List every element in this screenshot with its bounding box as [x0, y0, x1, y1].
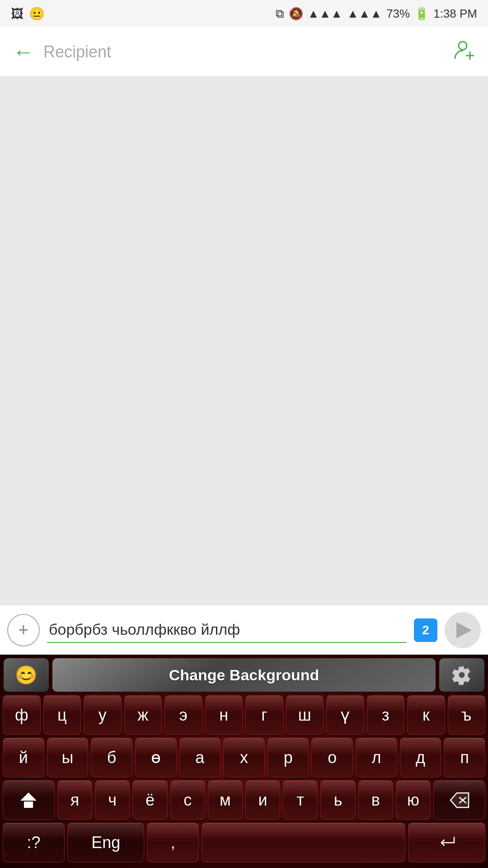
photo-icon: 🖼	[11, 6, 23, 21]
battery-icon: 🔋	[414, 7, 429, 21]
keyboard-top-bar: 😊 Change Background	[0, 655, 488, 695]
keyboard: 😊 Change Background ф ц у ж э н г ш ү з …	[0, 655, 488, 868]
key-ё[interactable]: ё	[132, 780, 167, 820]
key-т[interactable]: т	[283, 780, 318, 820]
backspace-key[interactable]	[433, 780, 485, 820]
key-з[interactable]: з	[367, 695, 405, 735]
key-х[interactable]: х	[223, 738, 265, 778]
add-contact-button[interactable]	[453, 38, 475, 66]
sim-icon: 🔕	[289, 7, 303, 21]
key-ш[interactable]: ш	[286, 695, 324, 735]
emoji-icon: 😊	[15, 665, 38, 686]
key-ж[interactable]: ж	[124, 695, 162, 735]
key-ь[interactable]: ь	[320, 780, 355, 820]
keyboard-row-1: ф ц у ж э н г ш ү з к ъ	[3, 695, 485, 735]
attach-button[interactable]: +	[7, 614, 40, 646]
emoji-status-icon: 😐	[29, 6, 45, 21]
key-ө[interactable]: ө	[135, 738, 177, 778]
key-а[interactable]: а	[179, 738, 221, 778]
header: ← Recipient	[0, 27, 488, 77]
key-н[interactable]: н	[205, 695, 243, 735]
word-count-badge: 2	[414, 618, 437, 642]
key-ү[interactable]: ү	[326, 695, 364, 735]
key-и[interactable]: и	[245, 780, 280, 820]
key-punctuation[interactable]: :?	[3, 823, 65, 863]
keyboard-bottom-row: :? Eng ,	[0, 823, 488, 868]
status-bar: 🖼 😐 ⧉ 🔕 ▲▲▲ ▲▲▲ 73% 🔋 1:38 PM	[0, 0, 488, 27]
key-ф[interactable]: ф	[3, 695, 41, 735]
svg-point-0	[459, 42, 467, 50]
key-й[interactable]: й	[3, 738, 44, 778]
key-у[interactable]: у	[84, 695, 122, 735]
key-с[interactable]: с	[170, 780, 205, 820]
key-м[interactable]: м	[208, 780, 243, 820]
key-л[interactable]: л	[356, 738, 397, 778]
backspace-icon	[450, 792, 469, 808]
key-о[interactable]: о	[311, 738, 353, 778]
recipient-field[interactable]: Recipient	[43, 42, 453, 61]
status-left-icons: 🖼 😐	[11, 6, 45, 21]
send-button[interactable]	[445, 612, 481, 648]
message-area	[0, 77, 488, 605]
keyboard-row-3: я ч ё с м и т ь в ю	[3, 780, 485, 820]
key-language[interactable]: Eng	[67, 823, 145, 863]
key-б[interactable]: б	[91, 738, 132, 778]
back-button[interactable]: ←	[13, 41, 34, 63]
key-ц[interactable]: ц	[43, 695, 81, 735]
emoji-button[interactable]: 😊	[4, 658, 49, 692]
shift-icon	[20, 793, 37, 808]
signal-1: ▲▲▲	[308, 7, 343, 21]
shift-key[interactable]	[3, 780, 55, 820]
key-к[interactable]: к	[407, 695, 445, 735]
change-background-label: Change Background	[169, 666, 319, 684]
status-right-info: ⧉ 🔕 ▲▲▲ ▲▲▲ 73% 🔋 1:38 PM	[276, 7, 477, 21]
battery-percent: 73%	[386, 7, 410, 21]
key-п[interactable]: п	[444, 738, 485, 778]
settings-button[interactable]	[439, 658, 484, 692]
key-д[interactable]: д	[400, 738, 441, 778]
key-г[interactable]: г	[245, 695, 283, 735]
key-в[interactable]: в	[358, 780, 393, 820]
plus-icon: +	[18, 620, 28, 640]
signal-2: ▲▲▲	[347, 7, 382, 21]
key-comma[interactable]: ,	[147, 823, 198, 863]
keyboard-row-2: й ы б ө а х р о л д п	[3, 738, 485, 778]
time: 1:38 PM	[433, 7, 477, 21]
key-р[interactable]: р	[267, 738, 309, 778]
key-э[interactable]: э	[164, 695, 202, 735]
message-input[interactable]	[47, 617, 407, 643]
input-bar: + 2	[0, 605, 488, 655]
key-я[interactable]: я	[57, 780, 92, 820]
send-icon	[456, 622, 472, 638]
screen-cast-icon: ⧉	[276, 7, 284, 21]
key-ч[interactable]: ч	[95, 780, 130, 820]
keyboard-rows: ф ц у ж э н г ш ү з к ъ й ы б ө а х р о …	[0, 695, 488, 823]
gear-icon	[452, 665, 472, 685]
change-background-button[interactable]: Change Background	[52, 658, 436, 692]
key-enter[interactable]	[408, 823, 485, 863]
key-ъ[interactable]: ъ	[448, 695, 486, 735]
key-ю[interactable]: ю	[396, 780, 431, 820]
key-space[interactable]	[202, 823, 406, 863]
key-ы[interactable]: ы	[47, 738, 89, 778]
